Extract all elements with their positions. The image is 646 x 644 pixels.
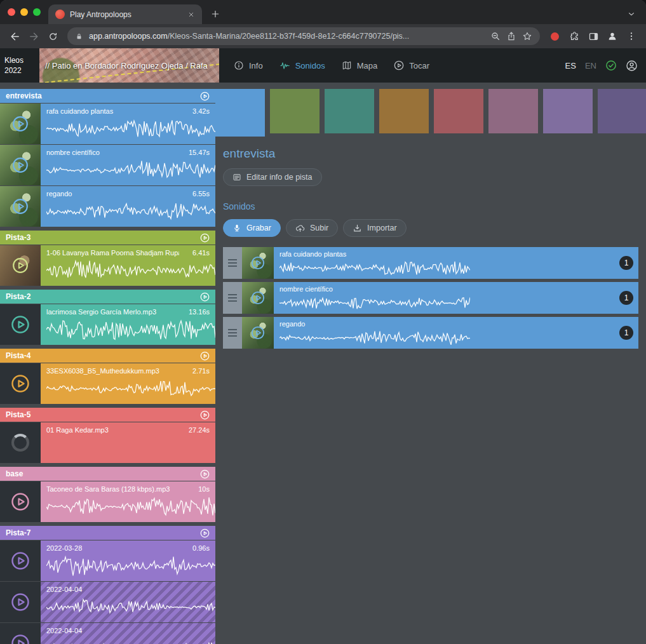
thumb-play-icon[interactable]: [242, 247, 274, 279]
play-icon: [394, 60, 404, 70]
thumb-play-icon[interactable]: [0, 104, 41, 144]
thumb-play-icon[interactable]: [0, 186, 41, 227]
track-play-button[interactable]: [200, 91, 210, 101]
sample-row[interactable]: 01 Raga Kedar.mp327.24s: [0, 422, 215, 463]
track-tab-2[interactable]: [325, 89, 374, 133]
record-button[interactable]: Grabar: [223, 219, 281, 237]
sample-thumb[interactable]: [0, 582, 41, 622]
close-window-button[interactable]: [8, 8, 15, 16]
browser-tab[interactable]: Play Antropoloops: [48, 4, 202, 24]
sample-thumb[interactable]: [0, 363, 41, 404]
sample-thumb[interactable]: [0, 245, 41, 286]
sample-duration: 6.41s: [192, 249, 210, 257]
track-header[interactable]: Pista-5: [0, 408, 215, 422]
track-tab-7[interactable]: [598, 89, 646, 133]
address-bar[interactable]: app.antropoloops.com/Kleos-Santa-Marina/…: [67, 27, 540, 45]
drag-handle-icon[interactable]: [223, 282, 242, 314]
track-tab-1[interactable]: [270, 89, 320, 133]
lang-es-button[interactable]: ES: [565, 61, 576, 70]
track-play-button[interactable]: [200, 528, 210, 538]
thumb-play-icon[interactable]: [0, 245, 41, 286]
track-header[interactable]: Pista-2: [0, 290, 215, 304]
sound-row[interactable]: nombre científico1: [223, 282, 638, 314]
sample-row[interactable]: 33ESX6038_B5_Muthedukkum.mp32.71s: [0, 363, 215, 404]
nav-tocar[interactable]: Tocar: [386, 48, 438, 83]
track-play-button[interactable]: [200, 469, 210, 479]
upload-button[interactable]: Subir: [286, 219, 338, 237]
track-play-button[interactable]: [200, 410, 210, 420]
forward-button[interactable]: [24, 27, 43, 46]
sample-row[interactable]: 1-06 Lavanya Rama Poorna Shadjam Rupak..…: [0, 245, 215, 286]
sample-play-button[interactable]: [11, 551, 30, 570]
sample-play-button[interactable]: [11, 634, 30, 644]
tab-close-icon[interactable]: [187, 11, 195, 18]
sound-row[interactable]: regando1: [223, 317, 638, 349]
project-name[interactable]: Kleos 2022: [0, 55, 39, 76]
browser-menu-icon[interactable]: [622, 27, 641, 46]
thumb-play-icon[interactable]: [0, 145, 41, 185]
sample-row[interactable]: 2022-04-04: [0, 582, 215, 622]
track-header[interactable]: Pista-7: [0, 526, 215, 540]
sample-thumb[interactable]: [0, 540, 41, 581]
sample-play-button[interactable]: [11, 374, 30, 393]
bookmark-star-icon[interactable]: [522, 31, 532, 41]
sync-check-icon[interactable]: [605, 60, 617, 71]
nav-mapa[interactable]: Mapa: [333, 48, 386, 83]
sound-row[interactable]: rafa cuidando plantas1: [223, 247, 638, 279]
sample-row[interactable]: 2022-04-04: [0, 623, 215, 644]
nav-info[interactable]: Info: [225, 48, 271, 83]
sample-play-button[interactable]: [11, 593, 30, 612]
minimize-window-button[interactable]: [20, 8, 28, 16]
sample-play-button[interactable]: [11, 315, 30, 334]
sample-row[interactable]: Taconeo de Sara Baras (128 kbps).mp310s: [0, 481, 215, 522]
zoom-indicator-icon[interactable]: [490, 31, 501, 41]
account-icon[interactable]: [626, 60, 638, 72]
extension-red-icon[interactable]: [551, 32, 559, 41]
sample-row[interactable]: 2022-03-280.96s: [0, 540, 215, 581]
sample-thumb[interactable]: [0, 481, 41, 522]
edit-track-info-button[interactable]: Editar info de pista: [223, 168, 322, 186]
track-cover-image[interactable]: // Patio en Bordador Rodríguez Ojeda / R…: [39, 48, 219, 83]
lang-en-button[interactable]: EN: [585, 61, 596, 70]
import-button[interactable]: Importar: [343, 219, 407, 237]
track-header[interactable]: entrevista: [0, 89, 215, 103]
track-tab-3[interactable]: [379, 89, 429, 133]
sample-thumb[interactable]: [0, 104, 41, 144]
side-panel-icon[interactable]: [584, 27, 603, 46]
drag-handle-icon[interactable]: [223, 317, 242, 349]
sample-row[interactable]: lacrimosa Sergio García Merlo.mp313.16s: [0, 304, 215, 345]
sample-play-button[interactable]: [11, 492, 30, 511]
share-icon[interactable]: [506, 31, 516, 41]
new-tab-button[interactable]: [210, 9, 220, 19]
nav-sonidos[interactable]: Sonidos: [271, 48, 333, 83]
sample-thumb[interactable]: [0, 422, 41, 463]
extensions-puzzle-icon[interactable]: [565, 27, 584, 46]
tab-search-chevron-icon[interactable]: [627, 10, 636, 18]
fullscreen-window-button[interactable]: [33, 8, 41, 16]
drag-handle-icon[interactable]: [223, 247, 242, 279]
sample-thumb[interactable]: [0, 623, 41, 644]
sample-row[interactable]: regando6.55s: [0, 186, 215, 227]
track-tab-6[interactable]: [543, 89, 593, 133]
reload-button[interactable]: [43, 27, 62, 46]
sample-thumb[interactable]: [0, 145, 41, 185]
track-play-button[interactable]: [200, 233, 210, 243]
track-tab-4[interactable]: [434, 89, 483, 133]
nav-label: Sonidos: [295, 61, 325, 70]
sample-row[interactable]: rafa cuidando plantas3.42s: [0, 104, 215, 144]
profile-avatar-icon[interactable]: [603, 27, 622, 46]
track-header[interactable]: base: [0, 467, 215, 481]
sample-thumb[interactable]: [0, 186, 41, 227]
thumb-play-icon[interactable]: [242, 282, 274, 314]
track-play-button[interactable]: [200, 292, 210, 302]
track-header[interactable]: Pista-4: [0, 349, 215, 363]
track-play-button[interactable]: [200, 351, 210, 361]
back-button[interactable]: [5, 27, 24, 46]
track-tab-5[interactable]: [488, 89, 538, 133]
track-header[interactable]: Pista-3: [0, 231, 215, 245]
sample-row[interactable]: nombre científico15.47s: [0, 145, 215, 185]
track-group: Pista-2lacrimosa Sergio García Merlo.mp3…: [0, 290, 215, 345]
thumb-play-icon[interactable]: [242, 317, 274, 349]
track-tab-0[interactable]: [215, 89, 265, 137]
sample-thumb[interactable]: [0, 304, 41, 345]
